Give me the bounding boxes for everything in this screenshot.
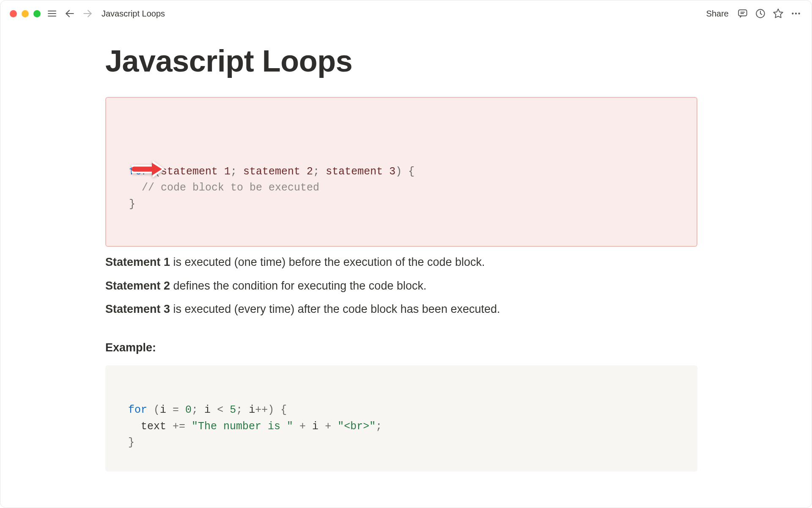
code-token: statement 3 <box>326 166 395 178</box>
annotation-arrow-icon <box>68 142 165 201</box>
svg-point-10 <box>792 13 793 14</box>
code-token: "<br>" <box>337 420 376 433</box>
code-token: 0 <box>185 404 192 416</box>
code-token: "The number is " <box>192 420 293 433</box>
code-token: ) <box>395 166 402 178</box>
code-token: statement 1 <box>161 166 230 178</box>
page-content: Javascript Loops for (statement 1; state… <box>0 27 812 508</box>
svg-marker-9 <box>774 9 783 18</box>
example-heading: Example: <box>105 341 697 354</box>
code-token: i <box>204 404 217 416</box>
text: is executed (one time) before the execut… <box>170 256 485 268</box>
code-token: ; <box>230 166 243 178</box>
page-title: Javascript Loops <box>105 44 697 78</box>
code-token: statement 2 <box>243 166 313 178</box>
code-token: ; <box>236 404 249 416</box>
code-token: ; <box>376 420 382 433</box>
code-token: + <box>318 420 337 433</box>
text: defines the condition for executing the … <box>170 279 426 292</box>
synced-code-block[interactable]: for (statement 1; statement 2; statement… <box>105 97 697 247</box>
code-token: + <box>293 420 312 433</box>
sidebar-toggle-icon[interactable] <box>46 7 58 20</box>
code-token: i <box>312 420 318 433</box>
code-block[interactable]: for (i = 0; i < 5; i++) { text += "The n… <box>105 365 697 472</box>
minimize-window-button[interactable] <box>22 10 29 17</box>
updates-icon[interactable] <box>754 7 767 20</box>
app-window: Javascript Loops Share Javascript Loops <box>0 0 812 508</box>
svg-point-12 <box>798 13 800 14</box>
code-token: = <box>173 404 185 416</box>
more-icon[interactable] <box>790 7 802 20</box>
bold-label: Statement 3 <box>105 303 170 315</box>
code-token: ( <box>154 404 160 416</box>
share-button[interactable]: Share <box>704 7 731 20</box>
maximize-window-button[interactable] <box>33 10 41 17</box>
code-token: ++ <box>255 404 268 416</box>
code-token: < <box>217 404 230 416</box>
forward-icon[interactable] <box>81 7 94 20</box>
code-token: ; <box>192 404 204 416</box>
svg-point-11 <box>795 13 797 14</box>
favorite-icon[interactable] <box>772 7 785 20</box>
close-window-button[interactable] <box>10 10 17 17</box>
paragraph-stmt1: Statement 1 is executed (one time) befor… <box>105 254 697 271</box>
comments-icon[interactable] <box>736 7 749 20</box>
paragraph-stmt3: Statement 3 is executed (every time) aft… <box>105 301 697 318</box>
code-token: 5 <box>230 404 236 416</box>
text: is executed (every time) after the code … <box>170 303 500 315</box>
breadcrumb[interactable]: Javascript Loops <box>102 9 165 19</box>
topbar: Javascript Loops Share <box>0 0 812 27</box>
back-icon[interactable] <box>63 7 76 20</box>
code-token: ) <box>268 404 274 416</box>
code-token: i <box>160 404 173 416</box>
bold-label: Statement 2 <box>105 279 170 292</box>
code-token: += <box>173 420 192 433</box>
code-token: { <box>402 166 414 178</box>
code-token: text <box>128 420 173 433</box>
code-token: for <box>128 404 147 416</box>
paragraph-stmt2: Statement 2 defines the condition for ex… <box>105 278 697 294</box>
code-token: } <box>128 436 134 449</box>
code-token: ; <box>313 166 326 178</box>
code-token: { <box>274 404 287 416</box>
window-controls <box>10 10 41 17</box>
code-token: i <box>249 404 255 416</box>
svg-rect-5 <box>738 10 747 16</box>
bold-label: Statement 1 <box>105 256 170 268</box>
